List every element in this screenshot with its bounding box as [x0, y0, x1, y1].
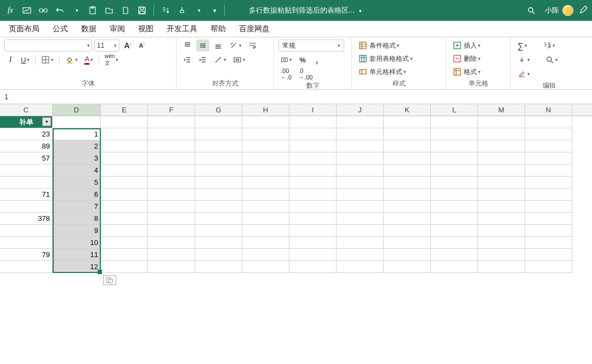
cell[interactable]: 4 — [53, 164, 101, 177]
cell[interactable] — [289, 201, 337, 213]
cell[interactable] — [242, 261, 289, 273]
cell[interactable] — [101, 201, 148, 213]
cell[interactable] — [384, 213, 431, 225]
cell[interactable] — [101, 225, 148, 237]
cell[interactable] — [525, 261, 572, 273]
cell[interactable] — [0, 177, 53, 189]
cell[interactable] — [101, 261, 148, 273]
cell[interactable] — [384, 116, 431, 128]
paste-icon[interactable] — [86, 3, 100, 18]
col-header-D[interactable]: D — [53, 104, 101, 116]
align-top-icon[interactable] — [181, 39, 194, 52]
find-icon[interactable]: ▾ — [543, 54, 560, 66]
cell[interactable] — [431, 116, 478, 128]
cell[interactable]: 6 — [53, 189, 101, 201]
cell[interactable] — [289, 189, 337, 201]
cell[interactable] — [431, 237, 478, 249]
cell[interactable] — [337, 140, 384, 152]
cell[interactable]: 79 — [0, 249, 53, 261]
paste-options-icon[interactable] — [103, 275, 116, 285]
cell[interactable] — [101, 164, 148, 177]
cell[interactable] — [289, 116, 337, 128]
cell[interactable] — [289, 164, 337, 177]
cell[interactable] — [195, 140, 242, 152]
cell[interactable] — [242, 152, 289, 164]
formula-bar[interactable]: 1 — [0, 90, 592, 104]
cell[interactable] — [195, 201, 242, 213]
cell[interactable]: 7 — [53, 201, 101, 213]
cell[interactable] — [337, 177, 384, 189]
increase-font-icon[interactable]: Aˆ — [122, 39, 134, 52]
underline-icon[interactable]: U▾ — [19, 54, 32, 66]
cell[interactable] — [337, 213, 384, 225]
tab-baidu[interactable]: 百度网盘 — [232, 21, 276, 37]
qat-customize-icon[interactable]: ▾ — [208, 3, 222, 18]
chart-icon[interactable] — [20, 3, 34, 18]
cell[interactable] — [242, 201, 289, 213]
col-header-J[interactable]: J — [337, 104, 384, 116]
cell[interactable] — [289, 249, 337, 261]
cell[interactable] — [242, 140, 289, 152]
cell[interactable] — [431, 164, 478, 177]
cell[interactable] — [0, 201, 53, 213]
tab-view[interactable]: 视图 — [132, 21, 160, 37]
cell[interactable] — [101, 177, 148, 189]
col-header-N[interactable]: N — [525, 104, 572, 116]
pen-icon[interactable] — [579, 5, 589, 15]
cell[interactable] — [431, 140, 478, 152]
cell[interactable] — [242, 249, 289, 261]
cell[interactable] — [478, 261, 525, 273]
cell[interactable] — [289, 152, 337, 164]
cell[interactable] — [478, 152, 525, 164]
filter-dropdown-icon[interactable]: ▾ — [42, 117, 51, 126]
cell[interactable] — [101, 189, 148, 201]
user-area[interactable]: 小陈 — [545, 5, 573, 16]
increase-indent-icon[interactable] — [196, 54, 209, 66]
cell[interactable]: 8 — [53, 213, 101, 225]
touch-icon[interactable] — [175, 3, 189, 18]
cell[interactable] — [289, 213, 337, 225]
increase-decimal-icon[interactable]: .00←.0 — [278, 68, 294, 80]
link-icon[interactable] — [36, 3, 50, 18]
cell[interactable] — [195, 116, 242, 128]
cell[interactable] — [0, 237, 53, 249]
cell[interactable] — [337, 116, 384, 128]
cell[interactable] — [384, 261, 431, 273]
cell[interactable] — [53, 116, 101, 128]
cell[interactable] — [337, 261, 384, 273]
undo-icon[interactable] — [53, 3, 67, 18]
cell[interactable] — [431, 189, 478, 201]
touch-more-icon[interactable]: ▾ — [191, 3, 206, 18]
borders-icon[interactable]: ▾ — [39, 54, 56, 66]
cell[interactable] — [195, 128, 242, 140]
cell[interactable] — [195, 225, 242, 237]
number-format-combo[interactable]: 常规▾ — [278, 39, 344, 52]
cell[interactable] — [242, 213, 289, 225]
cell[interactable] — [478, 189, 525, 201]
cell[interactable] — [242, 225, 289, 237]
cell[interactable] — [101, 249, 148, 261]
cell[interactable] — [478, 249, 525, 261]
currency-icon[interactable]: ▾ — [278, 54, 294, 66]
cell[interactable] — [478, 164, 525, 177]
cell[interactable] — [337, 249, 384, 261]
fill-icon[interactable]: ▾ — [515, 54, 532, 66]
cell[interactable] — [525, 140, 572, 152]
cell[interactable]: 378 — [0, 213, 53, 225]
col-header-E[interactable]: E — [101, 104, 148, 116]
cell[interactable] — [148, 201, 195, 213]
cell[interactable] — [525, 128, 572, 140]
cell[interactable] — [525, 249, 572, 261]
col-header-I[interactable]: I — [289, 104, 337, 116]
cell[interactable]: 10 — [53, 237, 101, 249]
col-header-M[interactable]: M — [478, 104, 525, 116]
cell[interactable] — [384, 164, 431, 177]
cell[interactable] — [148, 261, 195, 273]
save-icon[interactable] — [135, 3, 149, 18]
cell[interactable] — [242, 164, 289, 177]
cell[interactable] — [289, 177, 337, 189]
cell[interactable] — [478, 237, 525, 249]
comma-icon[interactable]: , — [311, 54, 323, 66]
autosum-icon[interactable]: ∑▾ — [515, 39, 530, 52]
cell[interactable] — [337, 189, 384, 201]
